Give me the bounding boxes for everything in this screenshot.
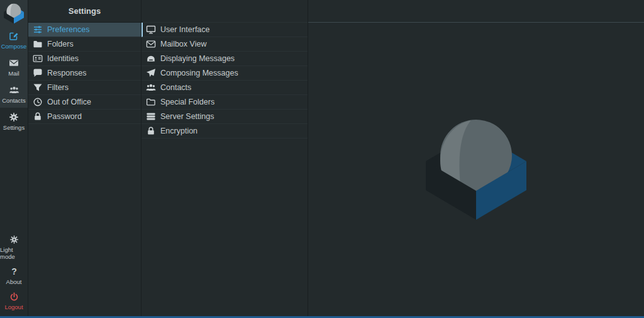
taskbar-item-label: Settings [3, 124, 25, 131]
section-composing-messages[interactable]: Composing Messages [142, 66, 308, 81]
settings-item-responses[interactable]: Responses [28, 66, 141, 81]
settings-item-label: Out of Office [47, 98, 91, 106]
section-label: Mailbox View [160, 40, 206, 48]
users-icon [146, 82, 156, 93]
lock-icon [146, 126, 156, 136]
settings-item-folders[interactable]: Folders [28, 37, 141, 52]
server-icon [146, 111, 156, 122]
settings-item-out-of-office[interactable]: Out of Office [28, 95, 141, 110]
settings-item-filters[interactable]: Filters [28, 81, 141, 95]
logout-label: Logout [4, 304, 23, 310]
roundcube-settings-app: Compose Mail [0, 0, 644, 318]
section-label: Encryption [160, 127, 197, 135]
settings-menu-column: Settings Preferences Folders [28, 0, 142, 318]
clock-icon [33, 97, 43, 107]
sliders-icon [33, 25, 43, 35]
light-mode-button[interactable]: Light mode [0, 234, 28, 261]
about-button[interactable]: ? About [0, 266, 28, 287]
settings-item-identities[interactable]: Identities [28, 52, 141, 66]
compose-icon [9, 31, 19, 41]
folder-icon [33, 39, 43, 49]
logout-button[interactable]: Logout [0, 291, 28, 312]
envelope-icon [146, 39, 156, 49]
preferences-column-header [142, 0, 308, 23]
taskbar: Compose Mail [0, 0, 28, 318]
section-label: Composing Messages [160, 69, 238, 77]
settings-item-preferences[interactable]: Preferences [28, 23, 141, 37]
comment-icon [33, 68, 43, 78]
section-server-settings[interactable]: Server Settings [142, 110, 308, 124]
section-mailbox-view[interactable]: Mailbox View [142, 37, 308, 52]
id-card-icon [33, 54, 43, 64]
section-label: Special Folders [160, 98, 214, 106]
paper-plane-icon [146, 68, 156, 78]
settings-item-password[interactable]: Password [28, 110, 141, 124]
sun-icon [9, 235, 19, 244]
taskbar-item-label: Compose [1, 43, 27, 50]
settings-item-label: Folders [47, 40, 74, 48]
content-frame [308, 0, 644, 318]
power-icon [9, 292, 19, 302]
taskbar-item-compose[interactable]: Compose [0, 26, 28, 54]
roundcube-watermark [419, 114, 533, 227]
section-displaying-messages[interactable]: Displaying Messages [142, 52, 308, 66]
preferences-sections-column: User Interface Mailbox View Displaying M… [142, 0, 308, 318]
section-special-folders[interactable]: Special Folders [142, 95, 308, 110]
section-contacts[interactable]: Contacts [142, 81, 308, 95]
about-label: About [6, 278, 22, 285]
inbox-icon [146, 54, 156, 64]
desktop-icon [146, 25, 156, 35]
svg-text:?: ? [11, 267, 17, 276]
roundcube-logo [0, 0, 28, 26]
content-body [308, 23, 644, 318]
settings-item-label: Responses [47, 69, 87, 77]
section-label: Displaying Messages [160, 54, 235, 63]
section-user-interface[interactable]: User Interface [142, 23, 308, 37]
taskbar-item-label: Mail [8, 70, 19, 77]
mail-icon [9, 58, 19, 68]
settings-item-label: Preferences [47, 25, 89, 34]
taskbar-item-label: Contacts [2, 97, 26, 104]
taskbar-footer: Light mode ? About Logout [0, 234, 28, 312]
taskbar-item-settings[interactable]: Settings [0, 108, 28, 135]
section-encryption[interactable]: Encryption [142, 124, 308, 139]
settings-icon [9, 112, 19, 122]
settings-column-title: Settings [28, 0, 141, 23]
settings-item-label: Identities [47, 54, 79, 63]
content-header [308, 0, 644, 23]
light-mode-label: Light mode [0, 246, 28, 260]
section-label: Server Settings [160, 112, 214, 121]
taskbar-menu: Compose Mail [0, 0, 28, 135]
section-label: Contacts [160, 83, 191, 92]
filter-icon [33, 82, 43, 93]
settings-item-label: Password [47, 112, 82, 121]
question-icon: ? [9, 267, 19, 276]
contacts-icon [9, 85, 19, 95]
taskbar-item-contacts[interactable]: Contacts [0, 81, 28, 108]
taskbar-item-mail[interactable]: Mail [0, 54, 28, 81]
lock-icon [33, 111, 43, 122]
folder-open-icon [146, 97, 156, 107]
section-label: User Interface [160, 25, 210, 34]
settings-item-label: Filters [47, 83, 69, 92]
